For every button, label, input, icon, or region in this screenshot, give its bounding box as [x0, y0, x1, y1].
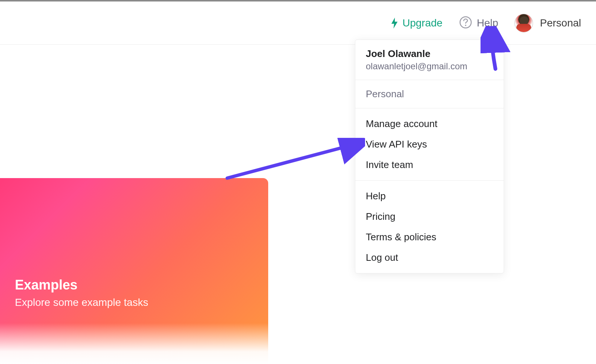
examples-card[interactable]: Examples Explore some example tasks	[0, 178, 268, 364]
menu-manage-account[interactable]: Manage account	[355, 114, 504, 134]
svg-point-1	[465, 25, 466, 26]
examples-subtitle: Explore some example tasks	[15, 297, 253, 308]
menu-invite-team[interactable]: Invite team	[355, 155, 504, 175]
app-header: Upgrade Help Personal	[0, 1, 596, 45]
menu-terms-policies[interactable]: Terms & policies	[355, 227, 504, 247]
profile-label: Personal	[540, 17, 581, 29]
avatar	[514, 14, 533, 32]
upgrade-label: Upgrade	[402, 17, 442, 29]
profile-dropdown: Joel Olawanle olawanletjoel@gmail.com Pe…	[355, 39, 504, 273]
dropdown-org-section[interactable]: Personal	[355, 80, 504, 108]
menu-view-api-keys[interactable]: View API keys	[355, 134, 504, 155]
menu-pricing[interactable]: Pricing	[355, 206, 504, 227]
dropdown-support-group: Help Pricing Terms & policies Log out	[355, 181, 504, 273]
dropdown-org-label: Personal	[366, 88, 493, 100]
profile-menu-button[interactable]: Personal	[514, 14, 581, 32]
menu-log-out[interactable]: Log out	[355, 247, 504, 268]
menu-help[interactable]: Help	[355, 186, 504, 206]
svg-line-2	[227, 143, 359, 178]
annotation-arrow-api-keys	[224, 138, 365, 183]
dropdown-user-section: Joel Olawanle olawanletjoel@gmail.com	[355, 40, 504, 80]
dropdown-user-name: Joel Olawanle	[366, 48, 493, 60]
help-label: Help	[477, 17, 498, 29]
upgrade-button[interactable]: Upgrade	[390, 17, 442, 29]
help-button[interactable]: Help	[459, 16, 498, 31]
examples-title: Examples	[15, 277, 253, 293]
bolt-icon	[390, 18, 399, 29]
dropdown-user-email: olawanletjoel@gmail.com	[366, 61, 493, 72]
help-circle-icon	[459, 16, 472, 31]
dropdown-account-group: Manage account View API keys Invite team	[355, 108, 504, 181]
